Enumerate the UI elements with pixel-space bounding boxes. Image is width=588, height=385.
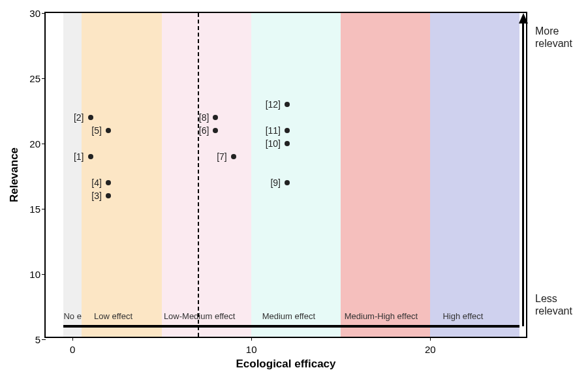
y-tick [42, 144, 46, 144]
data-point [106, 180, 111, 185]
x-tick [72, 337, 73, 341]
data-point-label: [4] [91, 177, 104, 188]
data-point-label: [2] [74, 112, 87, 123]
efficacy-band [430, 13, 519, 337]
relevance-arrow [522, 22, 524, 326]
data-point [285, 141, 290, 146]
baseline [63, 325, 519, 328]
band-label: Medium-High effect [345, 311, 418, 321]
data-point [106, 128, 111, 133]
data-point [106, 193, 111, 198]
y-tick [42, 209, 46, 209]
x-tick [251, 337, 252, 341]
data-point [88, 154, 93, 159]
y-tick-label: 15 [22, 204, 40, 215]
data-point [285, 180, 290, 185]
annotation-more-relevant: More relevant [535, 25, 572, 50]
y-tick-label: 25 [22, 73, 40, 84]
x-tick-label: 10 [246, 344, 257, 355]
data-point-label: [11] [266, 125, 283, 136]
y-tick-label: 10 [22, 269, 40, 280]
y-tick-label: 30 [22, 8, 40, 19]
data-point [285, 128, 290, 133]
efficacy-band [162, 13, 251, 337]
y-tick [42, 274, 46, 275]
data-point-label: [12] [266, 99, 283, 110]
band-label: Low-Medium effect [164, 311, 236, 321]
annotation-less-relevant: Less relevant [535, 292, 572, 317]
data-point [231, 154, 236, 159]
efficacy-band [63, 13, 81, 337]
plot-area: Ecological efficacy Relevance No effectL… [44, 12, 527, 338]
efficacy-band [341, 13, 430, 337]
vertical-threshold-line [198, 13, 199, 337]
data-point-label: [3] [91, 191, 104, 201]
efficacy-band [82, 13, 162, 337]
data-point [88, 115, 93, 120]
chart-container: Ecological efficacy Relevance No effectL… [7, 7, 581, 378]
data-point-label: [6] [199, 125, 212, 136]
y-tick [42, 78, 46, 79]
data-point-label: [8] [199, 112, 212, 123]
data-point [213, 128, 218, 133]
data-point-label: [5] [91, 125, 104, 136]
x-tick [430, 337, 431, 341]
data-point [213, 115, 218, 120]
efficacy-band [251, 13, 341, 337]
data-point-label: [9] [270, 177, 283, 188]
y-tick-label: 5 [22, 334, 40, 345]
y-tick [42, 339, 46, 340]
x-axis-label: Ecological efficacy [236, 358, 335, 371]
y-axis-label: Relevance [8, 147, 21, 202]
y-tick-label: 20 [22, 138, 40, 149]
x-tick-label: 0 [70, 344, 75, 355]
data-point-label: [1] [74, 151, 87, 162]
arrow-head-icon [519, 13, 528, 23]
band-label: Medium effect [262, 311, 315, 321]
y-tick [42, 13, 46, 14]
x-tick-label: 20 [425, 344, 436, 355]
data-point-label: [7] [217, 151, 230, 162]
data-point [285, 102, 290, 107]
band-label: High effect [442, 311, 483, 321]
data-point-label: [10] [266, 138, 283, 149]
band-label: Low effect [94, 311, 132, 321]
